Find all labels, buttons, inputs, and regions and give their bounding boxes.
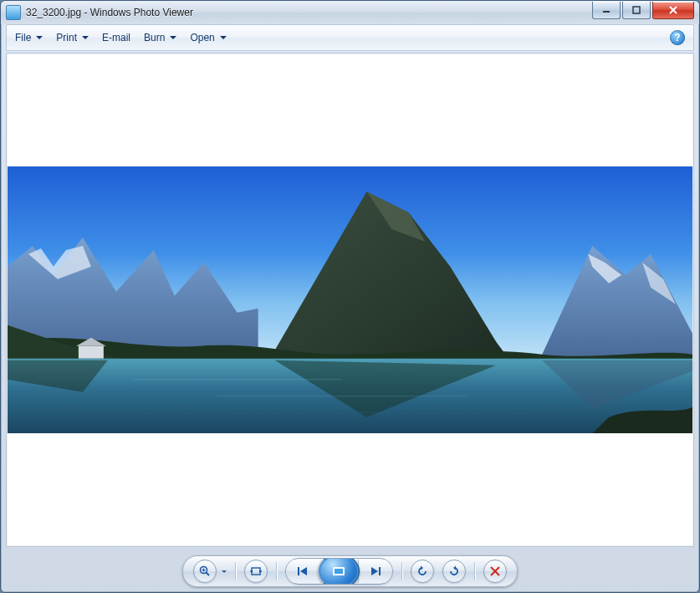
rotate-cw-icon xyxy=(447,565,461,578)
svg-rect-5 xyxy=(79,345,104,358)
chevron-down-icon[interactable] xyxy=(222,570,227,573)
rotate-cw-button[interactable] xyxy=(442,560,466,583)
divider xyxy=(401,562,402,580)
next-icon xyxy=(370,565,381,577)
footer xyxy=(1,550,699,592)
menu-print-label: Print xyxy=(56,32,77,43)
zoom-button[interactable] xyxy=(193,560,217,583)
delete-icon xyxy=(489,565,501,577)
close-button[interactable] xyxy=(652,2,694,19)
navigation-group xyxy=(285,558,393,585)
svg-rect-19 xyxy=(335,569,343,574)
menu-open[interactable]: Open xyxy=(190,32,226,43)
minimize-button[interactable] xyxy=(592,2,621,19)
titlebar[interactable]: 32_3200.jpg - Windows Photo Viewer xyxy=(1,1,699,24)
menu-open-label: Open xyxy=(190,32,214,43)
menu-burn-label: Burn xyxy=(144,32,165,43)
chevron-down-icon xyxy=(36,36,43,39)
displayed-photo xyxy=(8,166,692,434)
magnifier-icon xyxy=(198,565,212,578)
menu-email[interactable]: E-mail xyxy=(102,32,130,43)
divider xyxy=(276,562,277,580)
divider xyxy=(235,562,236,580)
svg-rect-20 xyxy=(379,567,381,575)
fit-window-button[interactable] xyxy=(244,560,268,583)
slideshow-button[interactable] xyxy=(318,558,360,585)
svg-line-11 xyxy=(207,573,210,576)
next-button[interactable] xyxy=(358,560,392,583)
fit-window-icon xyxy=(249,565,263,578)
slideshow-icon xyxy=(330,563,347,580)
menubar: File Print E-mail Burn Open ? xyxy=(6,24,694,51)
chevron-down-icon xyxy=(220,36,227,39)
app-window: 32_3200.jpg - Windows Photo Viewer File … xyxy=(0,0,700,593)
close-icon xyxy=(668,6,678,14)
chevron-down-icon xyxy=(82,36,89,39)
previous-button[interactable] xyxy=(286,560,319,583)
svg-rect-17 xyxy=(298,567,299,575)
svg-rect-1 xyxy=(633,7,640,13)
previous-icon xyxy=(297,565,309,577)
viewer-frame xyxy=(6,53,694,547)
menu-file-label: File xyxy=(15,32,31,43)
delete-button[interactable] xyxy=(483,560,507,583)
divider xyxy=(474,562,475,580)
minimize-icon xyxy=(602,6,611,14)
menu-burn[interactable]: Burn xyxy=(144,32,176,43)
help-button[interactable]: ? xyxy=(670,30,685,45)
chevron-down-icon xyxy=(170,36,176,39)
menu-email-label: E-mail xyxy=(102,32,130,43)
menu-print[interactable]: Print xyxy=(56,32,89,43)
viewer-canvas[interactable] xyxy=(8,54,692,545)
help-icon: ? xyxy=(674,32,680,43)
menu-file[interactable]: File xyxy=(15,32,43,43)
maximize-button[interactable] xyxy=(622,2,651,19)
rotate-ccw-button[interactable] xyxy=(411,560,434,583)
zoom-cluster xyxy=(193,560,227,583)
maximize-icon xyxy=(632,6,641,14)
control-strip xyxy=(182,555,518,587)
rotate-ccw-icon xyxy=(416,565,429,578)
window-title: 32_3200.jpg - Windows Photo Viewer xyxy=(26,7,193,18)
window-controls xyxy=(592,2,694,19)
svg-rect-14 xyxy=(252,568,260,575)
app-icon xyxy=(6,5,21,20)
